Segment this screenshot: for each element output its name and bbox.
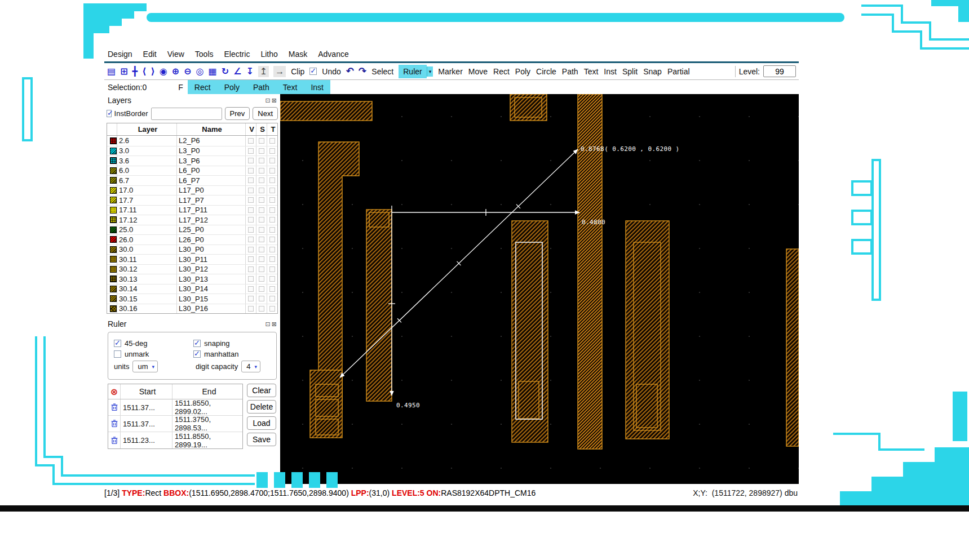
move-icon[interactable]: ╋ bbox=[132, 67, 138, 76]
next-button[interactable]: Next bbox=[253, 107, 278, 120]
layer-select-checkbox[interactable] bbox=[259, 217, 264, 223]
layer-row[interactable]: 30.16L30_P16 bbox=[107, 304, 277, 314]
zoom-out-icon[interactable]: ⊖ bbox=[184, 67, 191, 76]
undo-checkbox[interactable] bbox=[309, 68, 317, 75]
layer-t-checkbox[interactable] bbox=[269, 266, 275, 272]
snap-button[interactable]: Snap bbox=[643, 67, 662, 76]
layers-restore-icon[interactable]: ⊡ bbox=[266, 97, 271, 104]
to-top-icon[interactable]: ↥ bbox=[258, 66, 269, 77]
layers-close-icon[interactable]: ⊠ bbox=[272, 97, 277, 104]
layer-t-checkbox[interactable] bbox=[269, 237, 275, 242]
unmark-checkbox[interactable] bbox=[114, 350, 121, 358]
clear-button[interactable]: Clear bbox=[247, 384, 276, 397]
layer-t-checkbox[interactable] bbox=[269, 296, 275, 301]
menu-design[interactable]: Design bbox=[108, 50, 132, 59]
ruler-button[interactable]: Ruler bbox=[399, 65, 426, 78]
select-button[interactable]: Select bbox=[371, 67, 394, 76]
clip-button[interactable]: Clip bbox=[290, 67, 305, 76]
layer-row[interactable]: 6.7L6_P7 bbox=[107, 175, 277, 185]
layer-visibility-checkbox[interactable] bbox=[248, 276, 254, 282]
layer-select-checkbox[interactable] bbox=[259, 237, 264, 242]
view-icon[interactable]: ◎ bbox=[196, 67, 204, 76]
layer-select-checkbox[interactable] bbox=[259, 177, 264, 183]
menu-mask[interactable]: Mask bbox=[289, 50, 307, 59]
layer-t-checkbox[interactable] bbox=[269, 256, 275, 262]
move-button[interactable]: Move bbox=[468, 67, 488, 76]
layer-select-checkbox[interactable] bbox=[259, 197, 264, 203]
layer-select-checkbox[interactable] bbox=[259, 266, 264, 272]
layer-select-checkbox[interactable] bbox=[259, 247, 264, 252]
tab-rect[interactable]: Rect bbox=[188, 83, 218, 92]
layer-visibility-checkbox[interactable] bbox=[248, 207, 254, 213]
layer-t-checkbox[interactable] bbox=[269, 247, 275, 252]
layer-select-checkbox[interactable] bbox=[259, 138, 264, 144]
layer-row[interactable]: 17.7L17_P7 bbox=[107, 195, 277, 205]
ruler-row[interactable]: 1511.37... 1511.3750, 2898.53... bbox=[108, 416, 242, 432]
layer-select-checkbox[interactable] bbox=[259, 188, 264, 193]
ruler-close-icon[interactable]: ⊠ bbox=[272, 321, 277, 327]
layer-visibility-checkbox[interactable] bbox=[248, 158, 254, 163]
layer-visibility-checkbox[interactable] bbox=[248, 306, 254, 312]
menu-edit[interactable]: Edit bbox=[143, 50, 157, 59]
ruler-restore-icon[interactable]: ⊡ bbox=[266, 321, 271, 327]
tab-inst[interactable]: Inst bbox=[304, 83, 330, 92]
angle-icon[interactable]: ∠ bbox=[233, 67, 241, 76]
layer-visibility-checkbox[interactable] bbox=[248, 148, 254, 154]
grid-icon[interactable]: ▦ bbox=[209, 67, 217, 76]
layer-row[interactable]: 17.0L17_P0 bbox=[107, 185, 277, 195]
ruler-dropdown-icon[interactable]: ▾ bbox=[427, 66, 433, 77]
delete-button[interactable]: Delete bbox=[247, 400, 276, 414]
new-cell-icon[interactable]: ▤ bbox=[107, 67, 116, 76]
layer-t-checkbox[interactable] bbox=[269, 197, 275, 203]
menu-view[interactable]: View bbox=[167, 50, 184, 59]
layer-row[interactable]: 30.13L30_P13 bbox=[107, 274, 277, 284]
layer-row[interactable]: 30.0L30_P0 bbox=[107, 245, 277, 255]
layer-select-checkbox[interactable] bbox=[259, 256, 264, 262]
target-icon[interactable]: ◉ bbox=[160, 67, 167, 76]
layer-visibility-checkbox[interactable] bbox=[248, 138, 254, 144]
trash-icon[interactable] bbox=[108, 416, 121, 432]
prev-button[interactable]: Prev bbox=[225, 107, 250, 120]
layer-visibility-checkbox[interactable] bbox=[248, 296, 254, 301]
layer-visibility-checkbox[interactable] bbox=[248, 266, 254, 272]
layer-visibility-checkbox[interactable] bbox=[248, 177, 254, 183]
poly-button[interactable]: Poly bbox=[515, 67, 531, 76]
layer-visibility-checkbox[interactable] bbox=[248, 237, 254, 242]
layer-t-checkbox[interactable] bbox=[269, 227, 275, 233]
hierarchy-icon[interactable]: ⊞ bbox=[120, 67, 127, 76]
layer-row[interactable]: 2.6L2_P6 bbox=[107, 136, 277, 146]
snaping-checkbox[interactable] bbox=[193, 340, 201, 347]
zoom-in-icon[interactable]: ⊕ bbox=[172, 67, 179, 76]
forward-icon[interactable]: → bbox=[273, 66, 286, 77]
layer-t-checkbox[interactable] bbox=[269, 148, 275, 154]
prev-view-icon[interactable]: ⟨ bbox=[142, 67, 146, 76]
layer-row[interactable]: 30.14L30_P14 bbox=[107, 284, 277, 294]
layer-row[interactable]: 3.0L3_P0 bbox=[107, 146, 277, 156]
layer-t-checkbox[interactable] bbox=[269, 138, 275, 144]
layer-row[interactable]: 6.0L6_P0 bbox=[107, 166, 277, 176]
layer-select-checkbox[interactable] bbox=[259, 276, 264, 282]
layer-visibility-checkbox[interactable] bbox=[248, 168, 254, 174]
menu-litho[interactable]: Litho bbox=[260, 50, 277, 59]
next-view-icon[interactable]: ⟩ bbox=[151, 67, 154, 76]
layer-t-checkbox[interactable] bbox=[269, 158, 275, 163]
layer-row[interactable]: 3.6L3_P6 bbox=[107, 155, 277, 166]
text-button[interactable]: Text bbox=[583, 67, 599, 76]
units-select[interactable]: um ▾ bbox=[132, 361, 158, 372]
delete-all-rulers-icon[interactable]: ⊗ bbox=[108, 384, 121, 399]
partial-button[interactable]: Partial bbox=[667, 67, 691, 76]
layer-select-checkbox[interactable] bbox=[259, 148, 264, 154]
layout-canvas[interactable]: 0.8768( 0.6200 , 0.6200 ) 0.4800 0.4950 bbox=[280, 94, 799, 484]
layer-row[interactable]: 30.12L30_P12 bbox=[107, 264, 277, 274]
layer-visibility-checkbox[interactable] bbox=[248, 217, 254, 223]
menu-electric[interactable]: Electric bbox=[224, 50, 250, 59]
manhattan-checkbox[interactable] bbox=[193, 350, 201, 358]
layer-visibility-checkbox[interactable] bbox=[248, 227, 254, 233]
layer-row[interactable]: 25.0L25_P0 bbox=[107, 225, 277, 235]
layer-select-checkbox[interactable] bbox=[259, 227, 264, 233]
45deg-checkbox[interactable] bbox=[114, 340, 121, 347]
layer-select-checkbox[interactable] bbox=[259, 286, 264, 292]
tab-path[interactable]: Path bbox=[246, 83, 276, 92]
layer-t-checkbox[interactable] bbox=[269, 306, 275, 312]
load-button[interactable]: Load bbox=[247, 416, 276, 430]
